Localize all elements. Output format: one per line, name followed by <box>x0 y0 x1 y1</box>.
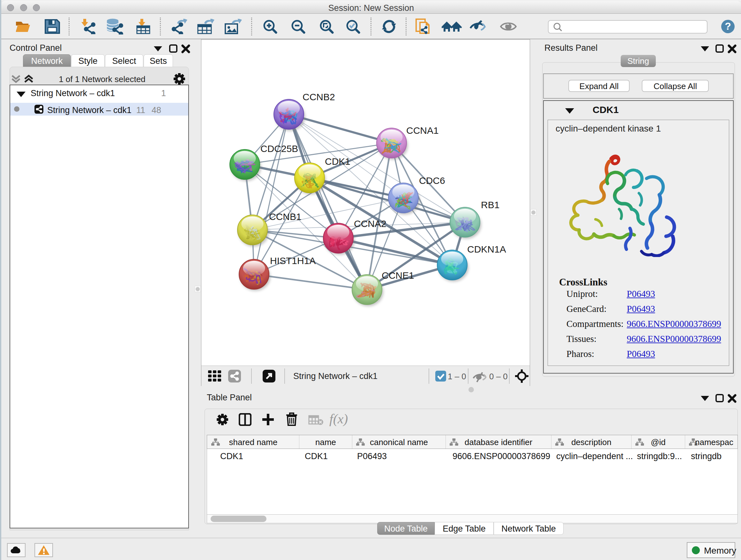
svg-text:CCNA1: CCNA1 <box>406 125 439 136</box>
svg-text:CCNB1: CCNB1 <box>269 211 301 222</box>
svg-text:CDC6: CDC6 <box>419 175 445 186</box>
svg-text:HIST1H1A: HIST1H1A <box>270 255 316 266</box>
svg-text:RB1: RB1 <box>481 199 499 210</box>
svg-text:CCNA2: CCNA2 <box>354 219 387 229</box>
svg-text:CDKN1A: CDKN1A <box>467 244 506 254</box>
svg-text:CDK1: CDK1 <box>325 156 350 167</box>
svg-text:CCNB2: CCNB2 <box>302 91 335 102</box>
svg-text:?: ? <box>725 20 731 32</box>
svg-text:CCNE1: CCNE1 <box>382 270 414 281</box>
svg-text:CDC25B: CDC25B <box>260 143 298 154</box>
